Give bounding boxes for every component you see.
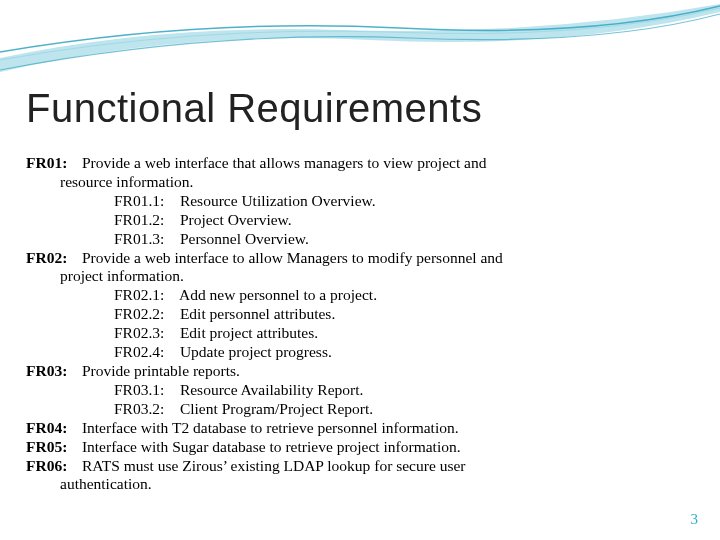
requirement-item: FR04: Interface with T2 database to retr… [26,419,696,438]
sub-requirement-id: FR03.1: [114,381,176,400]
requirement-continuation: resource information. [60,173,696,192]
slide-title: Functional Requirements [26,86,482,131]
sub-requirement-list: FR03.1: Resource Availability Report.FR0… [114,381,696,419]
requirement-item: FR01: Provide a web interface that allow… [26,154,696,249]
sub-requirement-item: FR01.3: Personnel Overview. [114,230,696,249]
requirement-line: FR06: RATS must use Zirous’ existing LDA… [26,457,696,476]
requirement-line: FR01: Provide a web interface that allow… [26,154,696,173]
requirement-line: FR04: Interface with T2 database to retr… [26,419,696,438]
requirement-line: FR03: Provide printable reports. [26,362,696,381]
sub-requirement-id: FR02.3: [114,324,176,343]
requirement-item: FR05: Interface with Sugar database to r… [26,438,696,457]
requirement-item: FR03: Provide printable reports.FR03.1: … [26,362,696,419]
sub-requirement-item: FR02.1: Add new personnel to a project. [114,286,696,305]
requirement-item: FR06: RATS must use Zirous’ existing LDA… [26,457,696,495]
sub-requirement-text: Personnel Overview. [176,230,309,247]
requirements-body: FR01: Provide a web interface that allow… [26,154,696,494]
requirement-text: Provide a web interface to allow Manager… [78,249,503,266]
requirement-id: FR03: [26,362,78,381]
requirement-line: FR05: Interface with Sugar database to r… [26,438,696,457]
requirement-id: FR06: [26,457,78,476]
requirement-continuation: authentication. [60,475,696,494]
page-number: 3 [691,511,699,528]
sub-requirement-item: FR03.2: Client Program/Project Report. [114,400,696,419]
sub-requirement-item: FR02.2: Edit personnel attributes. [114,305,696,324]
requirement-id: FR04: [26,419,78,438]
sub-requirement-list: FR01.1: Resource Utilization Overview.FR… [114,192,696,249]
sub-requirement-list: FR02.1: Add new personnel to a project.F… [114,286,696,362]
sub-requirement-id: FR01.1: [114,192,176,211]
sub-requirement-text: Client Program/Project Report. [176,400,373,417]
requirement-text: RATS must use Zirous’ existing LDAP look… [78,457,465,474]
requirement-text: Interface with T2 database to retrieve p… [78,419,459,436]
sub-requirement-text: Update project progress. [176,343,332,360]
sub-requirement-item: FR03.1: Resource Availability Report. [114,381,696,400]
requirement-text: Interface with Sugar database to retriev… [78,438,461,455]
sub-requirement-item: FR01.1: Resource Utilization Overview. [114,192,696,211]
requirement-item: FR02: Provide a web interface to allow M… [26,249,696,362]
sub-requirement-id: FR02.1: [114,286,176,305]
sub-requirement-text: Resource Availability Report. [176,381,363,398]
sub-requirement-id: FR03.2: [114,400,176,419]
requirement-text: Provide printable reports. [78,362,240,379]
sub-requirement-item: FR02.4: Update project progress. [114,343,696,362]
sub-requirement-item: FR02.3: Edit project attributes. [114,324,696,343]
sub-requirement-id: FR01.2: [114,211,176,230]
sub-requirement-id: FR01.3: [114,230,176,249]
sub-requirement-id: FR02.2: [114,305,176,324]
requirement-id: FR02: [26,249,78,268]
sub-requirement-text: Resource Utilization Overview. [176,192,376,209]
sub-requirement-text: Project Overview. [176,211,292,228]
sub-requirement-text: Edit project attributes. [176,324,318,341]
sub-requirement-id: FR02.4: [114,343,176,362]
requirement-text: Provide a web interface that allows mana… [78,154,486,171]
requirement-id: FR01: [26,154,78,173]
sub-requirement-text: Edit personnel attributes. [176,305,335,322]
sub-requirement-item: FR01.2: Project Overview. [114,211,696,230]
requirement-continuation: project information. [60,267,696,286]
requirement-id: FR05: [26,438,78,457]
requirement-line: FR02: Provide a web interface to allow M… [26,249,696,268]
header-swoosh-graphic [0,0,720,90]
sub-requirement-text: Add new personnel to a project. [176,286,377,303]
